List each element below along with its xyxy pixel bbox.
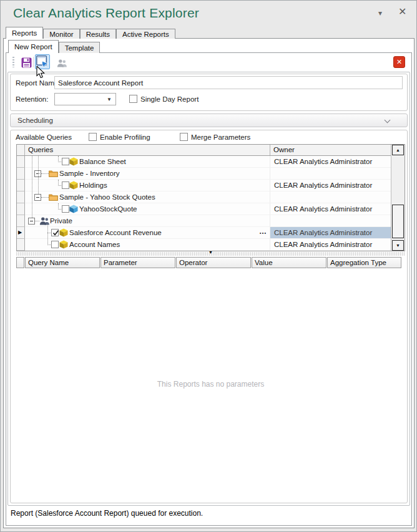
dropdown-caret-icon: ▼ [107, 97, 112, 102]
status-message: Report (Salesforce Account Report) queue… [11, 509, 203, 518]
row-header-cell[interactable] [17, 203, 25, 215]
tab-reports[interactable]: Reports [6, 27, 43, 39]
query-name-cell[interactable]: Holdings [25, 180, 270, 191]
tree-collapse-icon[interactable] [34, 194, 41, 201]
merge-parameters-checkbox[interactable] [180, 133, 188, 141]
single-day-label: Single Day Report [140, 95, 199, 103]
report-name-label: Report Name: [16, 79, 61, 87]
query-checkbox[interactable] [51, 241, 59, 248]
query-name-cell[interactable]: Account Names [25, 239, 270, 251]
enable-profiling-checkbox[interactable] [89, 133, 97, 141]
query-name-cell[interactable]: Salesforce Account Revenue… [25, 227, 270, 239]
merge-parameters-label: Merge Parameters [191, 133, 250, 141]
folder-icon [49, 193, 58, 204]
param-column-header-query-name[interactable]: Query Name [25, 257, 100, 268]
query-tree-row[interactable]: Balance SheetCLEAR Analytics Administrat… [17, 156, 405, 168]
query-name-label: Private [50, 217, 72, 225]
retention-dropdown[interactable]: ▼ [54, 93, 116, 105]
folder-icon [49, 169, 58, 180]
window-close-icon[interactable]: ✕ [398, 6, 406, 17]
tree-collapse-icon[interactable] [28, 218, 35, 225]
query-checkbox[interactable] [51, 229, 59, 236]
cube-blue-icon [69, 205, 78, 216]
toolbar-grip[interactable] [12, 57, 14, 67]
scrollbar-thumb[interactable] [392, 205, 404, 238]
query-tree-row[interactable]: Sample - Inventory [17, 168, 405, 180]
window-title: Clear Analytics Report Explorer [13, 6, 199, 21]
close-report-icon[interactable]: ✕ [393, 56, 405, 68]
param-column-header-operator[interactable]: Operator [176, 257, 251, 268]
row-ellipsis-icon[interactable]: … [259, 227, 267, 236]
query-checkbox[interactable] [62, 205, 69, 213]
query-name-label: Balance Sheet [79, 158, 126, 165]
grid-splitter[interactable]: ▼ [16, 252, 405, 256]
param-column-header-parameter[interactable]: Parameter [101, 257, 175, 268]
query-tree-row[interactable]: Private [17, 215, 405, 227]
current-row-marker-icon: ▶ [18, 230, 22, 235]
query-tree-row[interactable]: HoldingsCLEAR Analytics Administrator [17, 180, 405, 191]
query-name-cell[interactable]: Private [25, 215, 270, 227]
query-name-label: Account Names [69, 241, 120, 248]
query-tree-row[interactable]: Account NamesCLEAR Analytics Administrat… [17, 239, 405, 251]
query-name-label: Salesforce Account Revenue [69, 229, 162, 236]
tree-collapse-icon[interactable] [34, 170, 41, 177]
subtab-new-report[interactable]: New Report [8, 40, 59, 53]
single-day-checkbox[interactable] [129, 95, 137, 103]
owner-cell[interactable] [270, 215, 391, 227]
owner-cell[interactable]: CLEAR Analytics Administrator [270, 180, 391, 191]
owner-cell[interactable] [270, 168, 391, 180]
cube-yellow-icon [59, 228, 68, 239]
row-header-cell[interactable] [17, 215, 25, 227]
query-name-label: Sample - Yahoo Stock Quotes [59, 193, 155, 201]
run-report-icon[interactable] [35, 54, 50, 69]
retention-label: Retention: [16, 95, 48, 103]
owner-cell[interactable]: CLEAR Analytics Administrator [270, 203, 391, 215]
queries-scrollbar[interactable]: ▲ ▼ [391, 145, 405, 251]
queries-grid-body: Balance SheetCLEAR Analytics Administrat… [17, 156, 405, 251]
row-header-cell[interactable] [17, 156, 25, 168]
queries-grid: Queries Owner Balance SheetCLEAR Analyti… [16, 144, 405, 251]
owner-cell[interactable] [270, 191, 391, 203]
main-tab-strip: ReportsMonitorResultsActive Reports [6, 27, 175, 39]
report-sub-tab-strip: New ReportTemplate [8, 40, 100, 53]
query-name-cell[interactable]: Balance Sheet [25, 156, 270, 168]
query-checkbox[interactable] [62, 181, 69, 189]
query-tree-row[interactable]: YahooStockQuoteCLEAR Analytics Administr… [17, 203, 405, 215]
queries-column-header[interactable]: Queries [25, 145, 270, 155]
query-tree-row[interactable]: ▶Salesforce Account Revenue…CLEAR Analyt… [17, 227, 405, 239]
row-header-cell[interactable]: ▶ [17, 227, 25, 239]
tab-monitor[interactable]: Monitor [43, 29, 79, 39]
scheduling-label: Scheduling [17, 117, 53, 124]
query-name-cell[interactable]: Sample - Yahoo Stock Quotes [25, 191, 270, 203]
scroll-down-icon[interactable]: ▼ [392, 240, 404, 251]
query-checkbox[interactable] [62, 158, 69, 165]
report-name-input[interactable] [54, 76, 403, 89]
param-column-header-value[interactable]: Value [252, 257, 326, 268]
tab-active-reports[interactable]: Active Reports [116, 29, 175, 39]
scheduling-expander[interactable]: Scheduling [10, 114, 408, 127]
row-header-cell[interactable] [17, 191, 25, 203]
splitter-handle-icon: ▼ [208, 250, 213, 254]
tab-results[interactable]: Results [80, 29, 116, 39]
cube-yellow-icon [69, 157, 78, 168]
query-name-label: YahooStockQuote [79, 205, 137, 213]
row-header-cell[interactable] [17, 180, 25, 191]
save-icon[interactable] [19, 55, 34, 70]
query-tree-row[interactable]: Sample - Yahoo Stock Quotes [17, 191, 405, 203]
users-icon[interactable] [54, 56, 69, 70]
row-header-cell[interactable] [17, 239, 25, 251]
toolbar-separator [33, 57, 34, 67]
cube-yellow-icon [69, 181, 78, 192]
window-menu-caret-icon[interactable]: ▾ [378, 9, 382, 17]
scroll-up-icon[interactable]: ▲ [392, 145, 404, 155]
owner-cell[interactable]: CLEAR Analytics Administrator [270, 239, 391, 251]
subtab-template[interactable]: Template [59, 42, 101, 53]
parameters-grid-header: Query NameParameterOperatorValueAggregat… [16, 257, 401, 269]
row-header-cell[interactable] [17, 168, 25, 180]
query-name-cell[interactable]: YahooStockQuote [25, 203, 270, 215]
query-name-cell[interactable]: Sample - Inventory [25, 168, 270, 180]
owner-cell[interactable]: CLEAR Analytics Administrator [270, 156, 391, 168]
owner-column-header[interactable]: Owner [270, 145, 391, 155]
owner-cell[interactable]: CLEAR Analytics Administrator [270, 227, 391, 239]
param-column-header-aggregation-type[interactable]: Aggregation Type [327, 257, 401, 268]
